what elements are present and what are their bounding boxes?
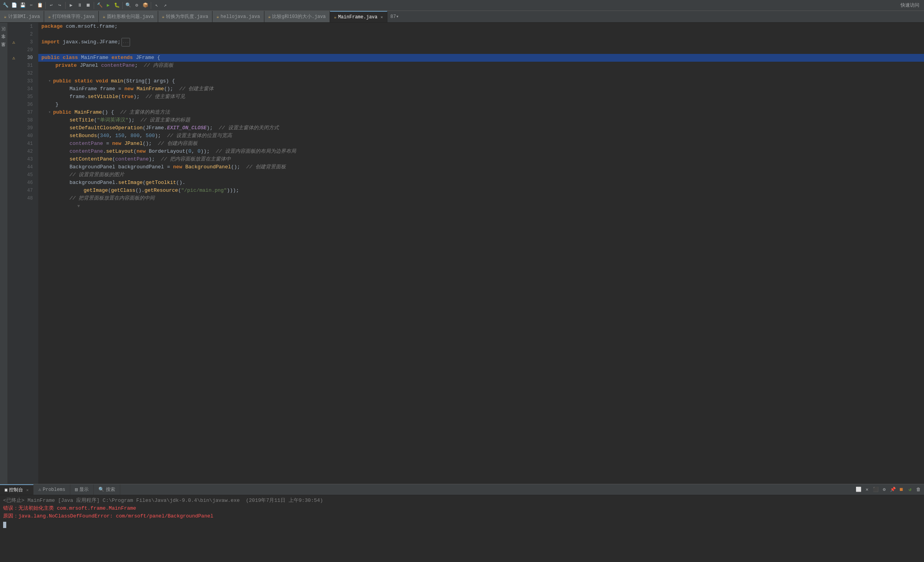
toolbar-icon-build[interactable]: 🔨	[96, 2, 103, 9]
toolbar-icon-8[interactable]: ▶	[67, 2, 75, 9]
toolbar-icon-2[interactable]: 📄	[10, 2, 18, 9]
toolbar-icon-6[interactable]: ↩	[47, 2, 55, 9]
ln-40: 40	[23, 132, 35, 140]
tab-label-7: MainFrame.java	[338, 14, 378, 20]
tab-fahrenheit[interactable]: ☕ 转换为华氏度.java	[158, 11, 213, 22]
tab-overflow[interactable]: 87 ▾	[387, 11, 402, 22]
gutter-34	[8, 85, 20, 93]
code-line-35: frame.setVisible(true); // 使主窗体可见	[38, 93, 924, 101]
toolbar-icon-5[interactable]: 📋	[36, 2, 44, 9]
ln-39: 39	[23, 124, 35, 132]
fold-box-3[interactable]: ...	[121, 38, 130, 46]
ln-35: 35	[23, 93, 35, 101]
console-cursor-line	[3, 520, 921, 528]
console-tab-close[interactable]: ✕	[26, 488, 29, 492]
code-line-2	[38, 30, 924, 38]
code-area[interactable]: ⚠ ⚠	[8, 23, 924, 484]
code-line-44: BackgroundPanel backgroundPanel = new Ba…	[38, 163, 924, 171]
editor-container: ⚠ ⚠	[8, 23, 924, 484]
tab-special-char[interactable]: ☕ 打印特殊字符.java	[44, 11, 99, 22]
toolbar-icon-10[interactable]: ⏹	[84, 2, 92, 9]
tab-mainframe[interactable]: ☕ MainFrame.java ✕	[330, 11, 387, 22]
tab-icon-4: ☕	[162, 14, 165, 19]
gutter-36	[8, 101, 20, 109]
tab-cylinder[interactable]: ☕ 圆柱形粮仓问题.java	[99, 11, 158, 22]
btn-maximize-panel[interactable]: ⬛	[872, 486, 879, 494]
tab-icon-7: ☕	[334, 14, 337, 20]
gutter-44	[8, 163, 20, 171]
btn-minimize-panel[interactable]: ⬜	[854, 486, 862, 494]
tab-console[interactable]: ▣ 控制台 ✕	[0, 484, 34, 495]
toolbar-sep-4	[122, 2, 123, 9]
fold-37[interactable]: ▾	[48, 109, 53, 116]
scroll-hint: ▼	[38, 202, 924, 210]
console-line-1: <已终止> MainFrame [Java 应用程序] C:\Program F…	[3, 497, 921, 505]
code-editor[interactable]: package com.mrsoft.frame; import javax.s…	[38, 23, 924, 484]
tab-calcbmi[interactable]: ☕ 计算BMI.java	[0, 11, 44, 22]
problems-tab-label: Problems	[43, 487, 66, 492]
gutter-46	[8, 179, 20, 187]
btn-stop-panel[interactable]: ⏹	[897, 486, 905, 494]
ln-37: 37	[23, 109, 35, 116]
tab-bar: ☕ 计算BMI.java ☕ 打印特殊字符.java ☕ 圆柱形粮仓问题.jav…	[0, 11, 924, 23]
gutter-1	[8, 23, 20, 30]
ln-43: 43	[23, 155, 35, 163]
gutter-33	[8, 77, 20, 85]
ln-2: 2	[23, 30, 35, 38]
code-line-32	[38, 70, 924, 77]
code-line-1: package com.mrsoft.frame;	[38, 23, 924, 30]
btn-pin-panel[interactable]: 📌	[889, 486, 897, 494]
gutter-29	[8, 46, 20, 54]
toolbar-icon-3[interactable]: 💾	[19, 2, 27, 9]
tab-search[interactable]: 🔍 搜索	[94, 484, 120, 495]
toolbar-icon-debug[interactable]: 🐛	[113, 2, 121, 9]
btn-settings-panel[interactable]: ⚙	[880, 486, 888, 494]
bottom-right-toolbar: ⬜ ✕ ⬛ ⚙ 📌 ⏹ ↺ 🗑	[854, 484, 924, 495]
tab-close-7[interactable]: ✕	[381, 15, 383, 20]
search-icon: 🔍	[98, 487, 104, 492]
toolbar-sep-1	[45, 2, 46, 9]
toolbar-icon-14[interactable]: ↖	[153, 2, 161, 9]
toolbar-icon-9[interactable]: ⏸	[76, 2, 84, 9]
console-line-3: 原因：java.lang.NoClassDefFoundError: com/m…	[3, 512, 921, 520]
tab-compare[interactable]: ☕ 比较g和103的大小.java	[264, 11, 330, 22]
display-tab-label: 显示	[79, 486, 89, 493]
quick-access-label: 快速访问	[897, 2, 922, 9]
btn-close-panel[interactable]: ✕	[863, 486, 871, 494]
ln-31: 31	[23, 62, 35, 70]
tab-label-1: 计算BMI.java	[8, 13, 40, 20]
gutter-30: ⚠	[8, 54, 20, 62]
ln-32: 32	[23, 70, 35, 77]
toolbar-icon-run-green[interactable]: ▶	[104, 2, 112, 9]
toolbar-icon-4[interactable]: ✂	[27, 2, 35, 9]
gutter-38	[8, 116, 20, 124]
gutter-3: ⚠	[8, 38, 20, 46]
problems-icon: ⚠	[38, 487, 41, 492]
toolbar-icon-11[interactable]: 🔍	[124, 2, 132, 9]
ln-33: 33	[23, 77, 35, 85]
warn-icon-30: ⚠	[12, 55, 15, 61]
tab-hello[interactable]: ☕ hellojava.java	[212, 11, 264, 22]
btn-rerun-panel[interactable]: ↺	[906, 486, 914, 494]
ln-36: 36	[23, 101, 35, 109]
tab-overflow-count: 87	[391, 14, 396, 20]
gutter-48	[8, 194, 20, 202]
ln-42: 42	[23, 148, 35, 155]
ln-44: 44	[23, 163, 35, 171]
tab-icon-1: ☕	[4, 14, 7, 19]
fold-33[interactable]: ▾	[48, 77, 53, 85]
toolbar-icon-7[interactable]: ↪	[56, 2, 64, 9]
tab-problems[interactable]: ⚠ Problems	[34, 484, 70, 495]
gutter-42	[8, 148, 20, 155]
console-icon: ▣	[5, 487, 7, 493]
code-line-46: backgroundPanel.setImage(getToolkit().	[38, 179, 924, 187]
toolbar-icon-15[interactable]: ↗	[161, 2, 169, 9]
toolbar-icon-12[interactable]: ⚙	[133, 2, 141, 9]
toolbar-icon-13[interactable]: 📦	[141, 2, 149, 9]
tab-display[interactable]: ▤ 显示	[70, 484, 94, 495]
toolbar-icon-1[interactable]: 🔧	[2, 2, 9, 9]
tab-icon-2: ☕	[48, 14, 51, 19]
btn-clear-panel[interactable]: 🗑	[915, 486, 922, 494]
ln-34: 34	[23, 85, 35, 93]
gutter-40	[8, 132, 20, 140]
